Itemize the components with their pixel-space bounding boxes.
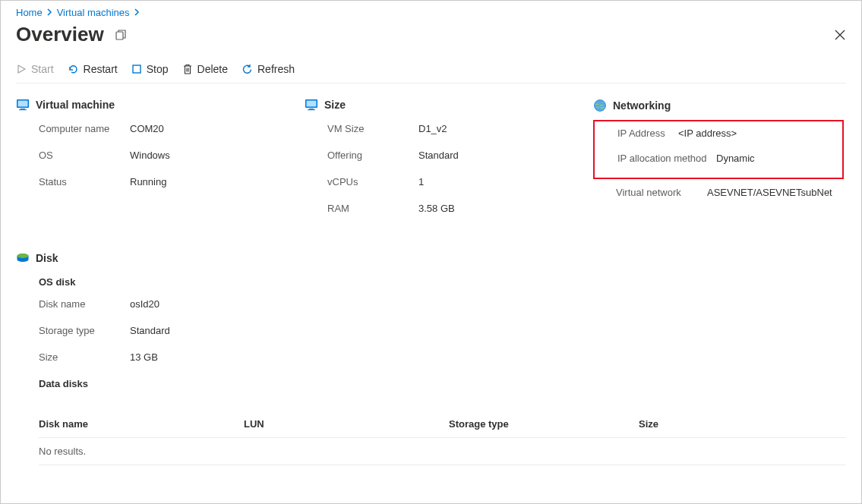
breadcrumb: Home Virtual machines — [16, 1, 846, 21]
delete-icon — [182, 64, 193, 75]
col-storage-type: Storage type — [449, 418, 639, 430]
size-section: Size VM Size D1_v2 Offering Standard vCP… — [305, 99, 593, 229]
col-size: Size — [639, 418, 846, 430]
kv-key: Status — [39, 176, 130, 187]
kv-key: IP Address — [617, 128, 678, 139]
svg-rect-3 — [18, 101, 28, 107]
kv-key: VM Size — [327, 123, 418, 134]
kv-disk-size: Size 13 GB — [16, 351, 846, 378]
kv-val: ASEVNET/ASEVNETsubNet — [707, 187, 832, 198]
page-title: Overview — [16, 23, 104, 46]
data-disks-table: Disk name LUN Storage type Size No resul… — [16, 411, 846, 465]
kv-val: 13 GB — [130, 351, 158, 363]
delete-label: Delete — [197, 63, 228, 75]
kv-val: D1_v2 — [418, 123, 447, 134]
size-heading: Size — [324, 99, 346, 111]
kv-key: Offering — [327, 150, 418, 161]
kv-val: osId20 — [130, 298, 159, 310]
globe-icon — [593, 99, 607, 112]
restart-icon — [68, 64, 79, 75]
kv-key: Virtual network — [616, 187, 707, 198]
breadcrumb-home[interactable]: Home — [16, 7, 43, 18]
kv-vm-size: VM Size D1_v2 — [305, 123, 593, 150]
empty-message: No results. — [39, 446, 244, 457]
kv-key: RAM — [327, 203, 418, 214]
kv-val: COM20 — [130, 123, 164, 134]
kv-disk-storage-type: Storage type Standard — [16, 325, 846, 351]
col-lun: LUN — [244, 418, 449, 430]
stop-icon — [131, 64, 142, 74]
svg-point-13 — [17, 254, 29, 258]
delete-button[interactable]: Delete — [182, 63, 228, 75]
kv-offering: Offering Standard — [305, 150, 593, 176]
networking-section: Networking IP Address <IP address> IP al… — [593, 99, 844, 229]
vm-heading: Virtual machine — [36, 99, 115, 111]
refresh-button[interactable]: Refresh — [242, 63, 295, 75]
svg-rect-0 — [116, 32, 123, 39]
start-label: Start — [31, 63, 54, 75]
kv-status: Status Running — [16, 176, 305, 203]
svg-rect-9 — [308, 109, 315, 110]
os-disk-heading: OS disk — [16, 276, 846, 298]
kv-val: <IP address> — [678, 128, 737, 139]
svg-rect-1 — [133, 65, 141, 73]
svg-rect-4 — [21, 109, 25, 109]
kv-key: vCPUs — [327, 176, 418, 187]
toolbar: Start Restart Stop Delete — [16, 52, 846, 83]
close-icon[interactable] — [834, 29, 846, 41]
chevron-right-icon — [134, 8, 140, 17]
svg-rect-5 — [19, 109, 27, 110]
kv-vnet: Virtual network ASEVNET/ASEVNETsubNet — [593, 187, 844, 213]
kv-val: Running — [130, 176, 166, 187]
refresh-icon — [242, 64, 253, 75]
kv-val: Windows — [130, 150, 170, 161]
kv-key: Size — [39, 351, 130, 363]
kv-val: Standard — [418, 150, 459, 161]
disk-section: Disk OS disk Disk name osId20 Storage ty… — [16, 252, 846, 465]
kv-os: OS Windows — [16, 150, 305, 176]
monitor-icon — [305, 99, 318, 111]
svg-rect-8 — [309, 109, 314, 109]
monitor-icon — [16, 99, 30, 111]
data-disks-heading: Data disks — [16, 378, 846, 411]
kv-alloc: IP allocation method Dynamic — [595, 153, 842, 178]
disk-icon — [16, 253, 30, 263]
restart-label: Restart — [84, 63, 118, 75]
chevron-right-icon — [47, 8, 52, 17]
breadcrumb-vms[interactable]: Virtual machines — [57, 7, 130, 18]
kv-ram: RAM 3.58 GB — [305, 203, 593, 229]
vm-section: Virtual machine Computer name COM20 OS W… — [16, 99, 305, 229]
stop-button[interactable]: Stop — [131, 63, 169, 75]
restart-button[interactable]: Restart — [68, 63, 118, 75]
kv-key: Computer name — [39, 123, 130, 134]
kv-key: Storage type — [39, 325, 130, 336]
kv-val: 1 — [418, 176, 424, 187]
kv-key: Disk name — [39, 298, 130, 310]
kv-val: Standard — [130, 325, 170, 336]
copy-icon[interactable] — [115, 29, 127, 41]
refresh-label: Refresh — [257, 63, 295, 75]
table-header: Disk name LUN Storage type Size — [39, 411, 846, 438]
svg-rect-7 — [307, 101, 317, 107]
kv-disk-name: Disk name osId20 — [16, 298, 846, 325]
kv-computer-name: Computer name COM20 — [16, 123, 305, 150]
kv-ip: IP Address <IP address> — [595, 128, 842, 153]
disk-heading: Disk — [36, 252, 58, 264]
col-disk-name: Disk name — [39, 418, 244, 430]
networking-heading: Networking — [613, 99, 671, 112]
start-button[interactable]: Start — [16, 63, 54, 75]
table-row-empty: No results. — [39, 438, 846, 465]
kv-val: Dynamic — [716, 153, 755, 164]
kv-val: 3.58 GB — [418, 203, 455, 214]
title-row: Overview — [16, 21, 846, 52]
stop-label: Stop — [147, 63, 169, 75]
networking-highlight: IP Address <IP address> IP allocation me… — [593, 120, 844, 179]
kv-vcpus: vCPUs 1 — [305, 176, 593, 203]
kv-key: IP allocation method — [617, 153, 716, 164]
kv-key: OS — [39, 150, 130, 161]
play-icon — [16, 64, 27, 74]
